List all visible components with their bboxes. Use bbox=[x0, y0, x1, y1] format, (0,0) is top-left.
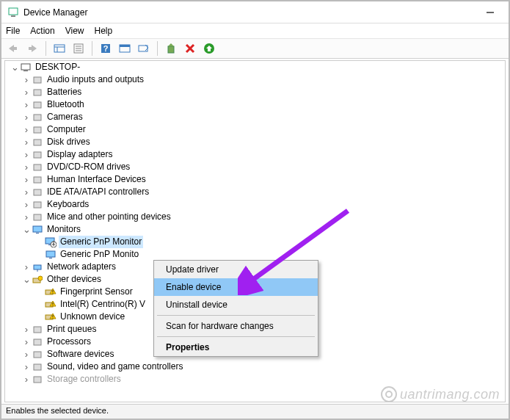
tree-cat[interactable]: ›Audio inputs and outputs bbox=[5, 73, 505, 86]
expand-icon[interactable]: › bbox=[21, 161, 32, 173]
expand-icon[interactable]: › bbox=[21, 73, 32, 86]
tree-label: Display adapters bbox=[45, 148, 114, 161]
tree-cat[interactable]: ›DVD/CD-ROM drives bbox=[5, 161, 505, 173]
tree-label: IDE ATA/ATAPI controllers bbox=[45, 186, 150, 198]
expand-icon[interactable]: › bbox=[21, 98, 32, 111]
tree-cat[interactable]: ›Computer bbox=[5, 123, 505, 136]
tree-item-generic-pnp-1[interactable]: Generic PnP Monitor bbox=[5, 236, 505, 248]
svg-rect-36 bbox=[36, 233, 39, 233]
svg-rect-16 bbox=[139, 46, 147, 51]
svg-point-54 bbox=[52, 317, 53, 318]
menu-file[interactable]: File bbox=[6, 26, 20, 36]
menu-view[interactable]: View bbox=[65, 26, 84, 36]
expand-icon[interactable]: › bbox=[21, 123, 32, 136]
ctx-enable-device[interactable]: Enable device bbox=[154, 278, 318, 296]
ctx-separator bbox=[157, 336, 315, 337]
svg-rect-1 bbox=[11, 15, 15, 17]
tree-cat[interactable]: ›Display adapters bbox=[5, 148, 505, 161]
tree-cat[interactable]: ›Cameras bbox=[5, 111, 505, 123]
menu-help[interactable]: Help bbox=[95, 26, 113, 36]
properties-icon[interactable] bbox=[71, 41, 86, 56]
svg-rect-40 bbox=[46, 251, 55, 257]
tree-label: Other devices bbox=[45, 273, 103, 286]
monitor-icon bbox=[32, 224, 43, 236]
ctx-scan-hardware[interactable]: Scan for hardware changes bbox=[154, 317, 318, 335]
device-icon bbox=[32, 87, 43, 98]
collapse-icon[interactable]: ⌄ bbox=[10, 61, 20, 73]
expand-icon[interactable]: › bbox=[21, 323, 32, 336]
ctx-uninstall-device[interactable]: Uninstall device bbox=[154, 296, 318, 314]
expand-icon[interactable]: › bbox=[21, 136, 32, 148]
computer-icon bbox=[20, 62, 32, 73]
tree-item-generic-pnp-2[interactable]: Generic PnP Monito bbox=[5, 248, 505, 261]
expand-icon[interactable]: › bbox=[21, 198, 32, 211]
device-icon bbox=[32, 374, 43, 385]
tree-cat[interactable]: ›Mice and other pointing devices bbox=[5, 211, 505, 223]
tree-label-selected: Generic PnP Monitor bbox=[59, 236, 143, 248]
expand-icon[interactable]: › bbox=[21, 373, 32, 385]
expand-icon[interactable]: › bbox=[21, 173, 32, 186]
expand-icon[interactable]: › bbox=[21, 336, 32, 348]
ctx-update-driver[interactable]: Update driver bbox=[154, 261, 318, 278]
expand-icon[interactable]: › bbox=[21, 148, 32, 161]
tree-label: Disk drives bbox=[45, 136, 92, 148]
tree-cat[interactable]: ›Disk drives bbox=[5, 136, 505, 148]
svg-rect-0 bbox=[9, 8, 18, 15]
tree-cat-monitors[interactable]: ⌄ Monitors bbox=[5, 223, 505, 236]
collapse-icon[interactable]: ⌄ bbox=[21, 223, 32, 236]
other-icon bbox=[32, 274, 43, 286]
svg-point-45 bbox=[38, 276, 43, 280]
tree-label: Batteries bbox=[45, 86, 83, 98]
uninstall-icon[interactable] bbox=[183, 41, 197, 56]
minimize-button[interactable] bbox=[478, 4, 503, 21]
svg-rect-17 bbox=[168, 46, 174, 53]
status-text: Enables the selected device. bbox=[6, 406, 109, 415]
tree-cat[interactable]: ›Bluetooth bbox=[5, 98, 505, 111]
update-driver-icon[interactable] bbox=[164, 41, 178, 56]
expand-icon[interactable]: › bbox=[21, 86, 32, 98]
tree-label: Storage controllers bbox=[45, 373, 123, 385]
ctx-label: Properties bbox=[166, 342, 209, 352]
tree-label: Generic PnP Monito bbox=[59, 248, 140, 261]
ctx-properties[interactable]: Properties bbox=[154, 338, 318, 356]
window-title: Device Manager bbox=[23, 7, 478, 18]
svg-rect-59 bbox=[34, 377, 41, 383]
context-menu: Update driver Enable device Uninstall de… bbox=[153, 260, 318, 357]
scan-icon[interactable] bbox=[136, 41, 151, 56]
device-icon bbox=[32, 162, 43, 173]
tree-cat[interactable]: ›Sound, video and game controllers bbox=[5, 361, 505, 373]
svg-rect-15 bbox=[120, 45, 130, 47]
tree-cat[interactable]: ›Storage controllers bbox=[5, 373, 505, 385]
svg-rect-27 bbox=[34, 127, 41, 133]
enable-icon[interactable] bbox=[202, 41, 216, 56]
svg-rect-23 bbox=[34, 77, 41, 83]
tree-cat[interactable]: ›Human Interface Devices bbox=[5, 173, 505, 186]
expand-icon[interactable]: › bbox=[21, 261, 32, 273]
expand-icon[interactable]: › bbox=[21, 211, 32, 223]
expand-icon[interactable]: › bbox=[21, 111, 32, 123]
expand-icon[interactable]: › bbox=[21, 186, 32, 198]
svg-rect-21 bbox=[21, 64, 30, 70]
tree-label: Fingerprint Sensor bbox=[59, 286, 134, 298]
expand-icon[interactable]: › bbox=[21, 348, 32, 361]
action-icon[interactable] bbox=[117, 41, 132, 56]
collapse-icon[interactable]: ⌄ bbox=[21, 273, 32, 286]
tree-label: Cameras bbox=[45, 111, 84, 123]
ctx-label: Uninstall device bbox=[166, 300, 227, 310]
device-icon bbox=[32, 137, 43, 148]
tree-cat[interactable]: ›IDE ATA/ATAPI controllers bbox=[5, 186, 505, 198]
svg-rect-4 bbox=[29, 47, 32, 50]
menu-action[interactable]: Action bbox=[30, 26, 54, 36]
show-hidden-icon[interactable] bbox=[52, 41, 67, 56]
svg-rect-42 bbox=[34, 265, 41, 269]
device-icon bbox=[32, 211, 43, 223]
tree-cat[interactable]: ›Keyboards bbox=[5, 198, 505, 211]
svg-rect-22 bbox=[23, 70, 28, 71]
svg-point-51 bbox=[52, 305, 53, 305]
tree-root[interactable]: ⌄ DESKTOP- bbox=[5, 61, 505, 73]
help-icon[interactable]: ? bbox=[98, 41, 113, 56]
tree-cat[interactable]: ›Batteries bbox=[5, 86, 505, 98]
device-icon bbox=[32, 74, 43, 86]
expand-icon[interactable]: › bbox=[21, 361, 32, 373]
device-icon bbox=[32, 174, 43, 186]
